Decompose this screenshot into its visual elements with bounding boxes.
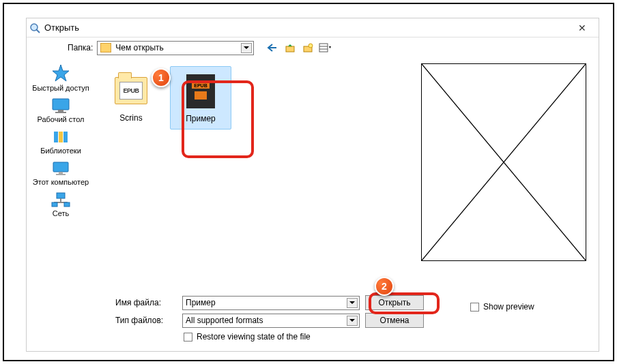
- svg-rect-5: [319, 44, 328, 52]
- preview-pane: [416, 58, 599, 290]
- show-preview-checkbox[interactable]: [470, 303, 479, 312]
- up-folder-button[interactable]: [283, 41, 298, 55]
- filename-label: Имя файла:: [115, 298, 177, 307]
- titlebar: Открыть ✕: [27, 18, 599, 37]
- body-area: Быстрый доступ Рабочий стол Библиотеки Э…: [27, 58, 599, 290]
- svg-rect-11: [54, 132, 58, 142]
- file-list[interactable]: EPUB Scrins EPUB Пример: [95, 58, 416, 290]
- place-network[interactable]: Сеть: [50, 192, 72, 217]
- file-label: Пример: [186, 114, 216, 123]
- svg-rect-17: [57, 193, 65, 198]
- folder-value: Чем открыть: [115, 43, 163, 52]
- filename-value: Пример: [186, 298, 216, 307]
- callout-1: 1: [152, 68, 171, 87]
- folder-dropdown[interactable]: Чем открыть: [97, 41, 254, 55]
- svg-rect-14: [53, 162, 68, 172]
- open-button[interactable]: Открыть: [365, 295, 424, 310]
- preview-placeholder: [421, 63, 586, 261]
- close-button[interactable]: ✕: [569, 22, 596, 33]
- restore-label: Restore viewing state of the file: [197, 332, 311, 342]
- svg-rect-12: [59, 132, 63, 142]
- filename-combo[interactable]: Пример: [182, 296, 360, 310]
- open-dialog: Открыть ✕ Папка: Чем открыть Быстрый дос…: [26, 18, 599, 352]
- cancel-button[interactable]: Отмена: [365, 313, 424, 328]
- file-item-primer[interactable]: EPUB Пример: [170, 66, 231, 130]
- file-label: Scrins: [119, 113, 142, 123]
- svg-rect-15: [59, 172, 63, 174]
- chevron-down-icon[interactable]: [241, 43, 252, 53]
- filetype-combo[interactable]: All supported formats: [182, 314, 360, 328]
- svg-rect-21: [64, 202, 70, 207]
- dialog-title: Открыть: [44, 22, 569, 33]
- app-icon: [29, 22, 40, 33]
- nav-icons: [265, 41, 333, 55]
- computer-icon: [50, 160, 72, 177]
- svg-rect-2: [286, 46, 294, 52]
- svg-rect-20: [52, 202, 57, 207]
- new-folder-button[interactable]: [300, 41, 315, 55]
- folder-thumb: EPUB: [114, 72, 148, 109]
- place-label: Этот компьютер: [33, 178, 89, 186]
- callout-2: 2: [375, 277, 394, 296]
- view-menu-button[interactable]: [318, 41, 333, 55]
- show-preview-label: Show preview: [483, 302, 534, 312]
- place-label: Быстрый доступ: [32, 84, 89, 92]
- place-quick-access[interactable]: Быстрый доступ: [32, 63, 89, 92]
- svg-point-4: [308, 44, 313, 48]
- epub-thumb: EPUB: [184, 72, 218, 110]
- network-icon: [50, 192, 72, 208]
- svg-rect-9: [58, 110, 63, 112]
- star-icon: [50, 63, 72, 82]
- svg-rect-16: [56, 174, 66, 175]
- svg-rect-13: [63, 132, 68, 142]
- place-libraries[interactable]: Библиотеки: [40, 129, 81, 155]
- svg-rect-10: [55, 112, 66, 113]
- svg-line-1: [36, 29, 40, 33]
- desktop-icon: [50, 97, 72, 114]
- libraries-icon: [50, 129, 72, 145]
- place-label: Библиотеки: [40, 147, 81, 155]
- folder-icon: [100, 43, 111, 52]
- chevron-down-icon[interactable]: [347, 298, 358, 308]
- place-desktop[interactable]: Рабочий стол: [37, 97, 84, 123]
- bottom-panel: Имя файла: Пример Открыть Тип файлов: Al…: [27, 290, 599, 346]
- chevron-down-icon[interactable]: [347, 316, 358, 326]
- places-bar: Быстрый доступ Рабочий стол Библиотеки Э…: [27, 58, 95, 290]
- show-preview-row: Show preview: [470, 302, 534, 312]
- place-label: Сеть: [53, 209, 69, 217]
- place-this-pc[interactable]: Этот компьютер: [33, 160, 89, 186]
- toolbar: Папка: Чем открыть: [27, 37, 599, 58]
- back-button[interactable]: [265, 41, 280, 55]
- filetype-label: Тип файлов:: [115, 316, 177, 325]
- place-label: Рабочий стол: [37, 115, 84, 123]
- svg-rect-8: [53, 99, 69, 110]
- filetype-value: All supported formats: [186, 316, 263, 325]
- restore-checkbox[interactable]: [184, 333, 192, 342]
- folder-label: Папка:: [68, 43, 93, 52]
